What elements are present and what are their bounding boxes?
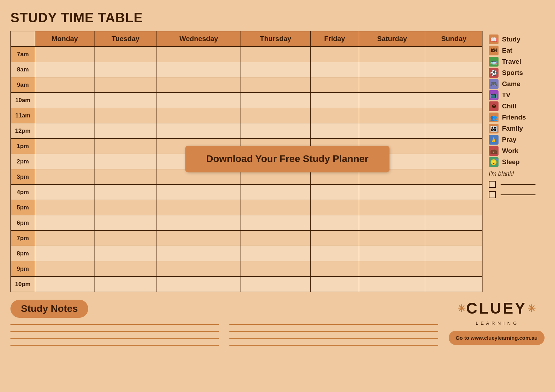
timetable-cell[interactable] [157, 215, 241, 231]
timetable-cell[interactable] [157, 277, 241, 292]
timetable-cell[interactable] [359, 261, 425, 277]
timetable-cell[interactable] [35, 185, 94, 200]
timetable-cell[interactable] [35, 261, 94, 277]
timetable-cell[interactable] [359, 62, 425, 77]
timetable-cell[interactable] [425, 47, 482, 62]
timetable-cell[interactable] [241, 231, 310, 246]
timetable-cell[interactable] [157, 93, 241, 108]
timetable-cell[interactable] [157, 77, 241, 93]
timetable-cell[interactable] [35, 231, 94, 246]
timetable-cell[interactable] [310, 231, 359, 246]
timetable-cell[interactable] [94, 200, 157, 215]
timetable-cell[interactable] [425, 77, 482, 93]
timetable-cell[interactable] [425, 123, 482, 139]
timetable-cell[interactable] [359, 108, 425, 123]
timetable-cell[interactable] [310, 246, 359, 261]
timetable-cell[interactable] [359, 231, 425, 246]
timetable-cell[interactable] [425, 231, 482, 246]
timetable-cell[interactable] [157, 246, 241, 261]
timetable-cell[interactable] [241, 47, 310, 62]
timetable-cell[interactable] [35, 169, 94, 185]
timetable-cell[interactable] [157, 47, 241, 62]
timetable-cell[interactable] [157, 231, 241, 246]
timetable-cell[interactable] [35, 200, 94, 215]
timetable-cell[interactable] [425, 215, 482, 231]
timetable-cell[interactable] [35, 139, 94, 154]
timetable-cell[interactable] [241, 215, 310, 231]
timetable-cell[interactable] [241, 277, 310, 292]
timetable-cell[interactable] [35, 154, 94, 169]
timetable-cell[interactable] [241, 246, 310, 261]
timetable-cell[interactable] [157, 200, 241, 215]
timetable-cell[interactable] [157, 185, 241, 200]
timetable-cell[interactable] [425, 277, 482, 292]
timetable-cell[interactable] [35, 123, 94, 139]
timetable-cell[interactable] [425, 200, 482, 215]
timetable-cell[interactable] [359, 47, 425, 62]
timetable-cell[interactable] [94, 154, 157, 169]
timetable-cell[interactable] [35, 215, 94, 231]
website-button[interactable]: Go to www.clueylearning.com.au [449, 331, 545, 345]
timetable-cell[interactable] [157, 123, 241, 139]
timetable-cell[interactable] [35, 77, 94, 93]
timetable-cell[interactable] [94, 62, 157, 77]
timetable-cell[interactable] [310, 261, 359, 277]
timetable-cell[interactable] [94, 47, 157, 62]
timetable-cell[interactable] [359, 185, 425, 200]
timetable-cell[interactable] [425, 62, 482, 77]
timetable-cell[interactable] [157, 261, 241, 277]
timetable-cell[interactable] [35, 108, 94, 123]
timetable-cell[interactable] [359, 123, 425, 139]
timetable-cell[interactable] [94, 277, 157, 292]
timetable-cell[interactable] [310, 62, 359, 77]
timetable-cell[interactable] [94, 139, 157, 154]
timetable-cell[interactable] [359, 93, 425, 108]
timetable-cell[interactable] [241, 261, 310, 277]
timetable-cell[interactable] [359, 246, 425, 261]
timetable-cell[interactable] [94, 123, 157, 139]
timetable-cell[interactable] [359, 77, 425, 93]
timetable-cell[interactable] [310, 77, 359, 93]
timetable-cell[interactable] [94, 215, 157, 231]
timetable-cell[interactable] [94, 246, 157, 261]
timetable-cell[interactable] [241, 123, 310, 139]
timetable-cell[interactable] [35, 93, 94, 108]
timetable-cell[interactable] [35, 47, 94, 62]
timetable-cell[interactable] [94, 185, 157, 200]
timetable-cell[interactable] [310, 123, 359, 139]
timetable-cell[interactable] [35, 277, 94, 292]
timetable-cell[interactable] [425, 139, 482, 154]
timetable-cell[interactable] [359, 200, 425, 215]
timetable-cell[interactable] [310, 93, 359, 108]
timetable-cell[interactable] [359, 215, 425, 231]
timetable-cell[interactable] [241, 200, 310, 215]
timetable-cell[interactable] [310, 108, 359, 123]
timetable-cell[interactable] [241, 108, 310, 123]
timetable-cell[interactable] [241, 185, 310, 200]
timetable-cell[interactable] [359, 277, 425, 292]
timetable-cell[interactable] [310, 185, 359, 200]
timetable-cell[interactable] [425, 246, 482, 261]
timetable-cell[interactable] [94, 108, 157, 123]
timetable-cell[interactable] [425, 93, 482, 108]
timetable-cell[interactable] [94, 261, 157, 277]
timetable-cell[interactable] [425, 185, 482, 200]
timetable-cell[interactable] [35, 62, 94, 77]
timetable-cell[interactable] [35, 246, 94, 261]
timetable-cell[interactable] [94, 231, 157, 246]
timetable-cell[interactable] [425, 108, 482, 123]
timetable-cell[interactable] [310, 47, 359, 62]
timetable-cell[interactable] [157, 108, 241, 123]
timetable-cell[interactable] [241, 62, 310, 77]
download-button[interactable]: Download Your Free Study Planner [185, 146, 389, 172]
timetable-cell[interactable] [241, 77, 310, 93]
timetable-cell[interactable] [241, 93, 310, 108]
timetable-cell[interactable] [310, 215, 359, 231]
timetable-cell[interactable] [94, 169, 157, 185]
timetable-cell[interactable] [157, 62, 241, 77]
timetable-cell[interactable] [425, 169, 482, 185]
timetable-cell[interactable] [425, 154, 482, 169]
timetable-cell[interactable] [310, 200, 359, 215]
timetable-cell[interactable] [425, 261, 482, 277]
timetable-cell[interactable] [94, 77, 157, 93]
